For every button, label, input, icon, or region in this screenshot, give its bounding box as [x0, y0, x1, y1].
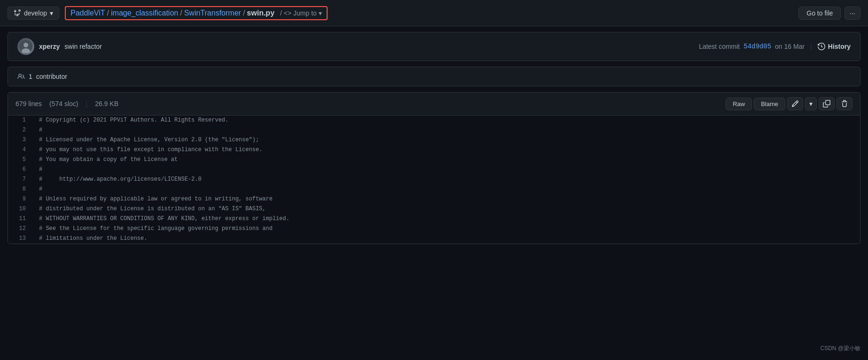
- line-content: # Copyright (c) 2021 PPViT Authors. All …: [31, 115, 860, 125]
- breadcrumb-sep-3: /: [243, 9, 245, 17]
- edit-dropdown-button[interactable]: ▾: [805, 97, 817, 110]
- table-row: 13# limitations under the License.: [8, 234, 860, 244]
- delete-button[interactable]: [837, 97, 852, 110]
- table-row: 9# Unless required by applicable law or …: [8, 194, 860, 204]
- line-number[interactable]: 7: [8, 175, 31, 184]
- breadcrumb: PaddleViT / image_classification / SwinT…: [65, 6, 328, 20]
- git-branch-icon: [14, 9, 21, 17]
- avatar[interactable]: [17, 38, 34, 55]
- separator: |: [810, 43, 812, 50]
- top-bar-left: develop ▾ PaddleViT / image_classificati…: [8, 6, 328, 20]
- line-number[interactable]: 4: [8, 145, 31, 155]
- copy-icon: [823, 100, 830, 107]
- commit-author[interactable]: xperzy: [39, 43, 60, 50]
- branch-selector[interactable]: develop ▾: [8, 7, 59, 20]
- jump-to[interactable]: / <> Jump to ▾: [278, 9, 322, 17]
- contributors-icon: [17, 73, 25, 80]
- breadcrumb-path: PaddleViT / image_classification / SwinT…: [70, 9, 322, 17]
- file-viewer: 679 lines (574 sloc) | 26.9 KB Raw Blame…: [8, 92, 860, 244]
- code-area: 1# Copyright (c) 2021 PPViT Authors. All…: [8, 115, 860, 244]
- edit-icon: [791, 100, 799, 107]
- file-lines: 679 lines: [16, 100, 42, 107]
- table-row: 2#: [8, 125, 860, 135]
- jump-to-chevron: ▾: [319, 9, 322, 17]
- line-number[interactable]: 6: [8, 165, 31, 175]
- table-row: 3# Licensed under the Apache License, Ve…: [8, 135, 860, 145]
- file-actions: Raw Blame ▾: [726, 97, 852, 110]
- commit-message: swin refactor: [64, 43, 102, 50]
- avatar-image: [19, 40, 32, 53]
- trash-icon: [841, 100, 848, 107]
- table-row: 12# See the License for the specific lan…: [8, 224, 860, 234]
- file-meta: 679 lines (574 sloc) | 26.9 KB: [16, 100, 118, 107]
- commit-bar-left: xperzy swin refactor: [17, 38, 102, 55]
- line-content: #: [31, 184, 860, 194]
- commit-hash[interactable]: 54d9d05: [743, 43, 771, 50]
- commit-date: on 16 Mar: [775, 43, 805, 50]
- copy-button[interactable]: [819, 97, 835, 110]
- line-number[interactable]: 3: [8, 135, 31, 145]
- chevron-down-icon: ▾: [809, 100, 813, 107]
- branch-name: develop: [24, 9, 47, 17]
- line-number[interactable]: 5: [8, 155, 31, 165]
- line-content: # Unless required by applicable law or a…: [31, 194, 860, 204]
- breadcrumb-paddlevit[interactable]: PaddleViT: [70, 9, 105, 17]
- breadcrumb-filename: swin.py: [247, 9, 274, 17]
- line-content: # Licensed under the Apache License, Ver…: [31, 135, 860, 145]
- raw-button[interactable]: Raw: [726, 98, 752, 110]
- line-content: # you may not use this file except in co…: [31, 145, 860, 155]
- file-size: 26.9 KB: [95, 100, 118, 107]
- code-table: 1# Copyright (c) 2021 PPViT Authors. All…: [8, 115, 860, 244]
- contributor-label: contributor: [36, 73, 67, 80]
- top-bar-right: Go to file ···: [798, 7, 860, 20]
- branch-chevron: ▾: [50, 9, 53, 17]
- table-row: 7# http://www.apache.org/licenses/LICENS…: [8, 175, 860, 184]
- contributor-bar: 1 contributor: [8, 67, 860, 86]
- breadcrumb-swintransformer[interactable]: SwinTransformer: [184, 9, 241, 17]
- watermark: CSDN @梁小敏: [820, 345, 860, 352]
- jump-to-label: <> Jump to: [284, 9, 317, 17]
- breadcrumb-image-classification[interactable]: image_classification: [111, 9, 178, 17]
- breadcrumb-sep-1: /: [107, 9, 109, 17]
- table-row: 6#: [8, 165, 860, 175]
- line-number[interactable]: 12: [8, 224, 31, 234]
- table-row: 10# distributed under the License is dis…: [8, 204, 860, 214]
- line-content: # distributed under the License is distr…: [31, 204, 860, 214]
- line-number[interactable]: 2: [8, 125, 31, 135]
- line-content: # http://www.apache.org/licenses/LICENSE…: [31, 175, 860, 184]
- line-content: # You may obtain a copy of the License a…: [31, 155, 860, 165]
- line-number[interactable]: 10: [8, 204, 31, 214]
- line-content: #: [31, 125, 860, 135]
- line-content: #: [31, 165, 860, 175]
- line-number[interactable]: 11: [8, 214, 31, 224]
- file-sloc: (574 sloc): [49, 100, 78, 107]
- line-number[interactable]: 8: [8, 184, 31, 194]
- blame-button[interactable]: Blame: [754, 98, 785, 110]
- table-row: 5# You may obtain a copy of the License …: [8, 155, 860, 165]
- latest-commit-label: Latest commit: [699, 43, 740, 50]
- commit-bar: xperzy swin refactor Latest commit 54d9d…: [8, 32, 860, 61]
- file-meta-sep: |: [86, 100, 88, 107]
- line-content: # limitations under the License.: [31, 234, 860, 244]
- history-icon: [818, 43, 825, 50]
- table-row: 11# WITHOUT WARRANTIES OR CONDITIONS OF …: [8, 214, 860, 224]
- edit-button[interactable]: [787, 97, 803, 110]
- line-number[interactable]: 13: [8, 234, 31, 244]
- top-bar: develop ▾ PaddleViT / image_classificati…: [0, 0, 868, 26]
- line-content: # See the License for the specific langu…: [31, 224, 860, 234]
- history-button[interactable]: History: [818, 43, 851, 50]
- file-header: 679 lines (574 sloc) | 26.9 KB Raw Blame…: [8, 92, 860, 115]
- more-options-button[interactable]: ···: [845, 7, 860, 20]
- breadcrumb-sep-2: /: [180, 9, 182, 17]
- svg-point-1: [23, 43, 28, 47]
- commit-bar-right: Latest commit 54d9d05 on 16 Mar | Histor…: [699, 43, 851, 50]
- contributor-count: 1: [29, 73, 32, 80]
- table-row: 8#: [8, 184, 860, 194]
- line-number[interactable]: 1: [8, 115, 31, 125]
- history-label: History: [828, 43, 851, 50]
- go-to-file-button[interactable]: Go to file: [798, 7, 841, 20]
- table-row: 1# Copyright (c) 2021 PPViT Authors. All…: [8, 115, 860, 125]
- line-number[interactable]: 9: [8, 194, 31, 204]
- line-content: # WITHOUT WARRANTIES OR CONDITIONS OF AN…: [31, 214, 860, 224]
- table-row: 4# you may not use this file except in c…: [8, 145, 860, 155]
